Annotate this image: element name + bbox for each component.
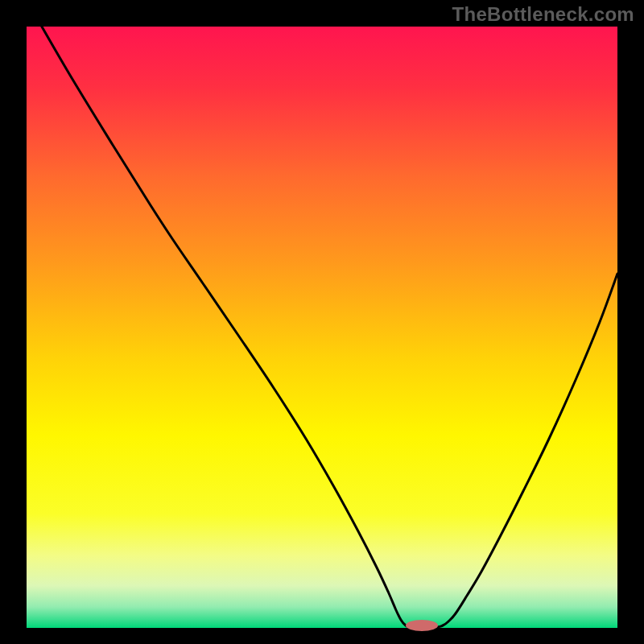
chart-container: { "watermark": "TheBottleneck.com", "cha… bbox=[0, 0, 644, 644]
optimal-marker bbox=[406, 620, 438, 631]
bottleneck-chart bbox=[0, 0, 644, 644]
plot-background bbox=[27, 27, 617, 628]
watermark-label: TheBottleneck.com bbox=[452, 3, 634, 26]
